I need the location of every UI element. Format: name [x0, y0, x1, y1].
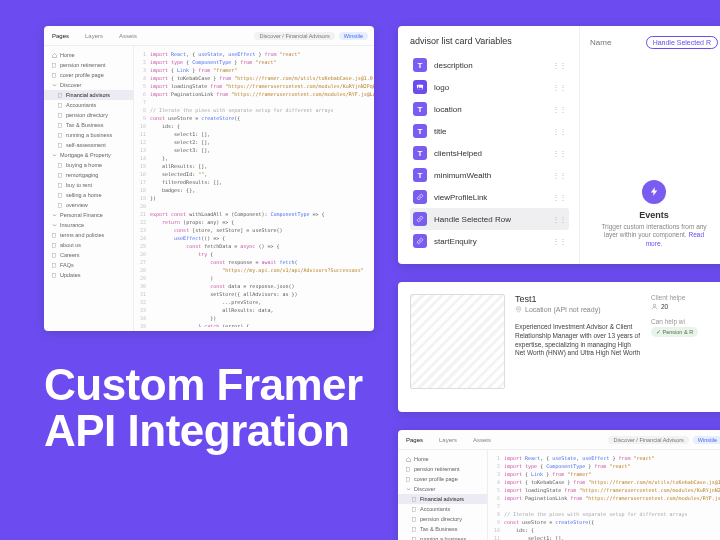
variable-viewprofilelink[interactable]: viewProfileLink⋮⋮	[410, 186, 569, 208]
sidebar-item-pension-directory[interactable]: pension directory	[44, 110, 133, 120]
caret-icon	[406, 487, 411, 492]
sidebar-item-accountants[interactable]: Accountants	[398, 504, 487, 514]
sidebar-item-financial-advisors[interactable]: Financial advisors	[398, 494, 487, 504]
variable-label: location	[434, 105, 462, 114]
variable-label: startEnquiry	[434, 237, 477, 246]
drag-handle-icon[interactable]: ⋮⋮	[552, 127, 566, 136]
sidebar-item-pension-directory[interactable]: pension directory	[398, 514, 487, 524]
sidebar-item-running-a-business[interactable]: running a business	[44, 130, 133, 140]
drag-handle-icon[interactable]: ⋮⋮	[552, 237, 566, 246]
drag-handle-icon[interactable]: ⋮⋮	[552, 105, 566, 114]
sidebar-item-faqs[interactable]: FAQs	[44, 260, 133, 270]
variable-description[interactable]: Tdescription⋮⋮	[410, 54, 569, 76]
sidebar-item-mortgage-property[interactable]: Mortgage & Property	[44, 150, 133, 160]
page-icon	[58, 173, 63, 178]
svg-rect-8	[59, 163, 62, 167]
home-icon	[52, 53, 57, 58]
line-numbers: 123456789101112131415	[488, 454, 504, 540]
editor-tab-assets[interactable]: Assets	[111, 29, 145, 43]
page-icon	[52, 253, 57, 258]
breadcrumb: Discover / Financial Advisors	[254, 32, 334, 40]
svg-rect-0	[53, 63, 56, 67]
drag-handle-icon[interactable]: ⋮⋮	[552, 215, 566, 224]
editor-tab-layers[interactable]: Layers	[431, 433, 465, 447]
sidebar-item-terms-and-policies[interactable]: terms and policies	[44, 230, 133, 240]
page-icon	[52, 263, 57, 268]
editor-tab-pages[interactable]: Pages	[398, 433, 431, 447]
drag-handle-icon[interactable]: ⋮⋮	[552, 193, 566, 202]
page-icon	[52, 233, 57, 238]
sidebar-item-discover[interactable]: Discover	[398, 484, 487, 494]
page-icon	[52, 273, 57, 278]
sidebar-item-self-assessment[interactable]: self-assessment	[44, 140, 133, 150]
sidebar-item-pension-retirement[interactable]: pension retirement	[398, 464, 487, 474]
link-type-icon	[413, 234, 427, 248]
drag-handle-icon[interactable]: ⋮⋮	[552, 61, 566, 70]
svg-rect-16	[53, 263, 56, 267]
text-type-icon: T	[413, 58, 427, 72]
variable-clientshelped[interactable]: TclientsHelped⋮⋮	[410, 142, 569, 164]
drag-handle-icon[interactable]: ⋮⋮	[552, 171, 566, 180]
sidebar-item-updates[interactable]: Updates	[44, 270, 133, 280]
page-icon	[412, 497, 417, 502]
svg-rect-10	[59, 183, 62, 187]
editor-tab-pages[interactable]: Pages	[44, 29, 77, 43]
variable-label: Handle Selected Row	[434, 215, 511, 224]
page-icon	[58, 183, 63, 188]
svg-rect-1	[53, 73, 56, 77]
sidebar-item-careers[interactable]: Careers	[44, 250, 133, 260]
sidebar-item-tax-business[interactable]: Tax & Business	[398, 524, 487, 534]
drag-handle-icon[interactable]: ⋮⋮	[552, 83, 566, 92]
variable-startenquiry[interactable]: startEnquiry⋮⋮	[410, 230, 569, 252]
sidebar-item-buy-to-rent[interactable]: buy to rent	[44, 180, 133, 190]
variable-handle-selected-row[interactable]: Handle Selected Row⋮⋮	[410, 208, 569, 230]
editor-tab-layers[interactable]: Layers	[77, 29, 111, 43]
image-type-icon	[413, 80, 427, 94]
page-icon	[58, 103, 63, 108]
variable-label: description	[434, 61, 473, 70]
svg-rect-9	[59, 173, 62, 177]
text-type-icon: T	[413, 168, 427, 182]
page-icon	[52, 73, 57, 78]
code-text[interactable]: import React, { useState, useEffect } fr…	[504, 454, 720, 540]
svg-rect-27	[413, 527, 416, 531]
variable-title[interactable]: Ttitle⋮⋮	[410, 120, 569, 142]
tag-pension: ✓ Pension & R	[651, 327, 698, 337]
hero-title: Custom Framer API Integration	[44, 362, 363, 454]
variable-label: minimumWealth	[434, 171, 491, 180]
svg-rect-24	[413, 497, 416, 501]
sidebar-item-cover-profile-page[interactable]: cover profile page	[44, 70, 133, 80]
page-icon	[412, 517, 417, 522]
sidebar-item-remortgaging[interactable]: remortgaging	[44, 170, 133, 180]
sidebar-item-accountants[interactable]: Accountants	[44, 100, 133, 110]
svg-rect-14	[53, 243, 56, 247]
sidebar-item-selling-a-home[interactable]: selling a home	[44, 190, 133, 200]
workspace-pill[interactable]: Winstile	[693, 436, 720, 444]
sidebar-item-financial-advisors[interactable]: Financial advisors	[44, 90, 133, 100]
page-icon	[58, 133, 63, 138]
variable-minimumwealth[interactable]: TminimumWealth⋮⋮	[410, 164, 569, 186]
sidebar-item-personal-finance[interactable]: Personal Finance	[44, 210, 133, 220]
sidebar-item-discover[interactable]: Discover	[44, 80, 133, 90]
sidebar-item-tax-business[interactable]: Tax & Business	[44, 120, 133, 130]
prop-value-pill[interactable]: Handle Selected R	[646, 36, 718, 49]
sidebar-item-overview[interactable]: overview	[44, 200, 133, 210]
editor-panel-small: PagesLayersAssetsDiscover / Financial Ad…	[398, 430, 720, 540]
variable-label: clientsHelped	[434, 149, 482, 158]
sidebar-item-pension-retirement[interactable]: pension retirement	[44, 60, 133, 70]
stat-label-1: Client helpe	[651, 294, 716, 301]
workspace-pill[interactable]: Winstile	[339, 32, 368, 40]
sidebar-item-about-us[interactable]: about us	[44, 240, 133, 250]
sidebar-item-home[interactable]: Home	[398, 454, 487, 464]
drag-handle-icon[interactable]: ⋮⋮	[552, 149, 566, 158]
sidebar-item-running-a-business[interactable]: running a business	[398, 534, 487, 540]
variable-location[interactable]: Tlocation⋮⋮	[410, 98, 569, 120]
code-text[interactable]: import React, { useState, useEffect } fr…	[150, 50, 374, 327]
sidebar-item-home[interactable]: Home	[44, 50, 133, 60]
sidebar-item-cover-profile-page[interactable]: cover profile page	[398, 474, 487, 484]
sidebar-item-buying-a-home[interactable]: buying a home	[44, 160, 133, 170]
editor-tab-assets[interactable]: Assets	[465, 433, 499, 447]
pin-icon	[515, 306, 522, 313]
variable-logo[interactable]: logo⋮⋮	[410, 76, 569, 98]
sidebar-item-insurance[interactable]: Insurance	[44, 220, 133, 230]
